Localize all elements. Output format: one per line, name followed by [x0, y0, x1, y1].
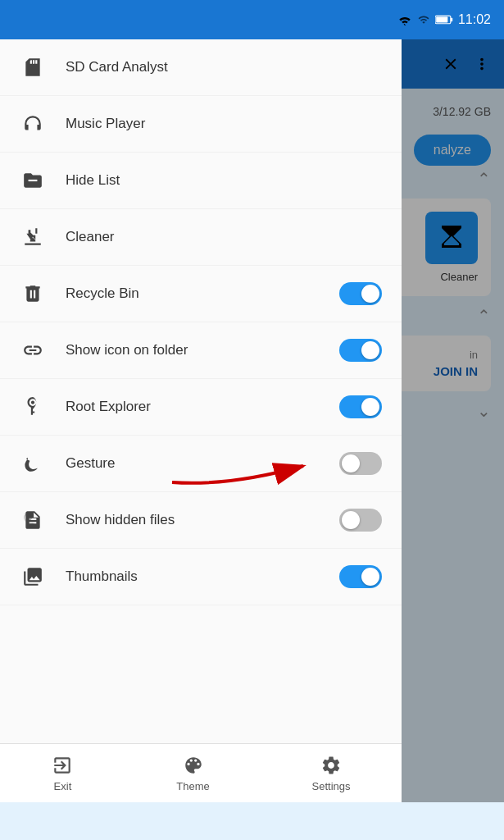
sd-card-icon — [20, 54, 46, 80]
headphones-icon — [20, 111, 46, 137]
gesture-toggle[interactable] — [339, 452, 382, 475]
svg-rect-2 — [436, 16, 447, 22]
thumbnails-toggle-knob — [361, 568, 379, 586]
sd-card-label: SD Card Analyst — [66, 59, 382, 75]
main-container: 3/12.92 GB nalyze ⌃ Cleaner ⌃ in — [0, 39, 504, 840]
trash-icon — [20, 281, 46, 307]
drawer-shadow — [402, 39, 504, 802]
menu-item-hide-list[interactable]: Hide List — [0, 153, 402, 209]
settings-label: Settings — [312, 780, 351, 792]
menu-item-cleaner[interactable]: Cleaner — [0, 209, 402, 266]
thumbnails-label: Thumbnails — [66, 568, 320, 585]
show-hidden-files-toggle-knob — [342, 511, 360, 529]
battery-icon — [435, 15, 453, 25]
broom-icon — [20, 224, 46, 250]
status-bar: 11:02 — [0, 0, 504, 39]
menu-item-thumbnails[interactable]: Thumbnails — [0, 549, 402, 605]
gesture-toggle-knob — [342, 454, 360, 472]
menu-item-recycle-bin[interactable]: Recycle Bin — [0, 266, 402, 322]
exit-label: Exit — [54, 780, 72, 792]
hide-list-label: Hide List — [66, 172, 382, 189]
thumbnails-icon — [20, 564, 46, 590]
navigation-drawer: SD Card Analyst Music Player — [0, 39, 402, 802]
menu-item-gesture[interactable]: Gesture — [0, 436, 402, 492]
key-icon — [20, 394, 46, 420]
status-time: 11:02 — [458, 12, 491, 27]
cleaner-menu-label: Cleaner — [66, 229, 382, 245]
settings-icon — [320, 754, 343, 777]
theme-label: Theme — [176, 780, 209, 792]
menu-list: SD Card Analyst Music Player — [0, 39, 402, 743]
menu-item-root-explorer[interactable]: Root Explorer — [0, 379, 402, 436]
menu-item-music-player[interactable]: Music Player — [0, 96, 402, 153]
recycle-bin-label: Recycle Bin — [66, 285, 320, 302]
link-icon — [20, 337, 46, 363]
gesture-label: Gesture — [66, 455, 320, 472]
signal-icon — [417, 14, 430, 25]
root-explorer-label: Root Explorer — [66, 399, 320, 415]
bottom-nav: Exit Theme Settings — [0, 743, 402, 802]
nav-item-settings[interactable]: Settings — [312, 754, 351, 792]
show-icon-folder-toggle-knob — [361, 341, 379, 359]
hidden-file-icon — [20, 507, 46, 533]
menu-item-show-icon-folder[interactable]: Show icon on folder — [0, 322, 402, 379]
theme-icon — [182, 754, 205, 777]
root-explorer-toggle[interactable] — [339, 395, 382, 418]
show-icon-folder-toggle[interactable] — [339, 339, 382, 362]
recycle-bin-toggle[interactable] — [339, 282, 382, 305]
root-explorer-toggle-knob — [361, 398, 379, 416]
show-hidden-files-label: Show hidden files — [66, 512, 320, 528]
menu-item-show-hidden-files[interactable]: Show hidden files — [0, 492, 402, 549]
thumbnails-toggle[interactable] — [339, 565, 382, 588]
recycle-bin-toggle-knob — [361, 285, 379, 303]
status-icons: 11:02 — [397, 12, 491, 27]
nav-item-theme[interactable]: Theme — [176, 754, 209, 792]
show-hidden-files-toggle[interactable] — [339, 509, 382, 532]
show-icon-folder-label: Show icon on folder — [66, 342, 320, 358]
exit-icon — [51, 754, 74, 777]
nav-item-exit[interactable]: Exit — [51, 754, 74, 792]
gesture-icon — [20, 450, 46, 477]
hide-folder-icon — [20, 167, 46, 194]
music-player-label: Music Player — [66, 116, 382, 132]
wifi-icon — [397, 14, 412, 25]
menu-item-sd-card[interactable]: SD Card Analyst — [0, 39, 402, 96]
svg-rect-1 — [451, 18, 452, 22]
svg-rect-3 — [29, 180, 38, 181]
